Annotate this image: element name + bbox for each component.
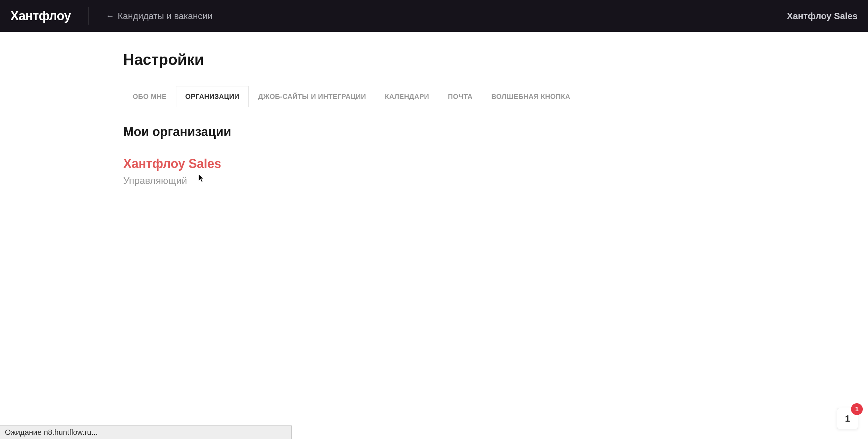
- chat-notification-badge: 1: [851, 403, 863, 415]
- back-to-candidates-link[interactable]: ← Кандидаты и вакансии: [89, 11, 212, 22]
- tab-job-sites-integrations[interactable]: ДЖОБ-САЙТЫ И ИНТЕГРАЦИИ: [249, 86, 375, 107]
- organization-item: Хантфлоу Sales Управляющий: [123, 157, 745, 186]
- tab-about-me[interactable]: ОБО МНЕ: [123, 86, 176, 107]
- main-container: Настройки ОБО МНЕ ОРГАНИЗАЦИИ ДЖОБ-САЙТЫ…: [113, 32, 755, 186]
- tab-organizations[interactable]: ОРГАНИЗАЦИИ: [176, 86, 249, 107]
- organization-link[interactable]: Хантфлоу Sales: [123, 157, 221, 171]
- app-header: Хантфлоу ← Кандидаты и вакансии Хантфлоу…: [0, 0, 868, 32]
- tab-magic-button[interactable]: ВОЛШЕБНАЯ КНОПКА: [482, 86, 580, 107]
- section-title: Мои организации: [123, 125, 745, 139]
- arrow-left-icon: ←: [106, 11, 114, 21]
- chat-count: 1: [845, 413, 850, 424]
- settings-tabs: ОБО МНЕ ОРГАНИЗАЦИИ ДЖОБ-САЙТЫ И ИНТЕГРА…: [123, 86, 745, 107]
- page-title: Настройки: [123, 51, 745, 68]
- browser-status-bar: Ожидание n8.huntflow.ru...: [0, 425, 292, 439]
- chat-widget-button[interactable]: 1 1: [837, 408, 858, 429]
- account-menu[interactable]: Хантфлоу Sales: [787, 11, 858, 22]
- back-link-label: Кандидаты и вакансии: [118, 11, 212, 22]
- organization-role: Управляющий: [123, 175, 745, 186]
- tab-calendars[interactable]: КАЛЕНДАРИ: [375, 86, 439, 107]
- app-logo[interactable]: Хантфлоу: [10, 9, 88, 23]
- tab-mail[interactable]: ПОЧТА: [439, 86, 482, 107]
